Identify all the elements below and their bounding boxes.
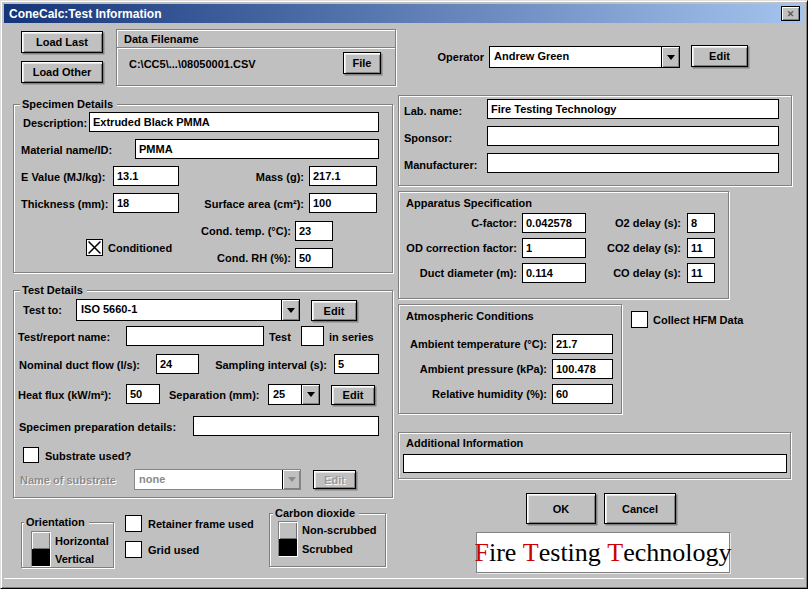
- c-factor-input[interactable]: [522, 213, 586, 233]
- c-factor-label: C-factor:: [471, 217, 517, 230]
- operator-label: Operator: [438, 51, 484, 64]
- ambient-temp-label: Ambient temperature (°C):: [410, 338, 547, 351]
- ambient-temp-input[interactable]: [552, 334, 613, 354]
- duct-flow-input[interactable]: [156, 354, 199, 374]
- collect-hfm-checkbox[interactable]: [631, 311, 648, 328]
- o2-delay-input[interactable]: [687, 213, 715, 233]
- chevron-down-icon: [287, 308, 295, 313]
- lab-name-input[interactable]: [487, 99, 779, 119]
- co-delay-label: CO delay (s):: [613, 267, 681, 280]
- logo-segment: ire: [489, 538, 523, 568]
- logo-segment: esting: [539, 538, 608, 568]
- duct-flow-label: Nominal duct flow (l/s):: [19, 359, 140, 372]
- orientation-toggle[interactable]: [31, 531, 51, 567]
- bottom-divider: [4, 578, 804, 579]
- material-label: Material name/ID:: [21, 144, 112, 157]
- series-post-label: in series: [329, 331, 374, 344]
- test-to-select[interactable]: ISO 5660-1: [76, 299, 300, 321]
- titlebar: ConeCalc:Test Information ✕: [4, 4, 803, 23]
- test-to-label: Test to:: [23, 304, 62, 317]
- operator-dropdown-button[interactable]: [661, 47, 679, 67]
- toggle-thumb: [279, 522, 297, 539]
- ambient-pressure-input[interactable]: [552, 359, 613, 379]
- co2-delay-label: CO2 delay (s):: [607, 242, 681, 255]
- window-title: ConeCalc:Test Information: [9, 7, 161, 21]
- description-input[interactable]: [89, 112, 379, 132]
- chevron-down-icon: [288, 477, 296, 482]
- operator-value: Andrew Green: [490, 47, 661, 67]
- cond-rh-label: Cond. RH (%):: [217, 252, 291, 265]
- load-last-button[interactable]: Load Last: [21, 31, 103, 53]
- surface-area-input[interactable]: [309, 193, 377, 213]
- specimen-details-legend: Specimen Details: [20, 98, 117, 111]
- sampling-interval-input[interactable]: [334, 354, 379, 374]
- co-delay-input[interactable]: [687, 263, 715, 283]
- test-to-value: ISO 5660-1: [77, 300, 281, 320]
- sponsor-label: Sponsor:: [404, 132, 452, 145]
- report-name-label: Test/report name:: [18, 331, 110, 344]
- report-name-input[interactable]: [126, 326, 264, 346]
- series-number-input[interactable]: [301, 326, 324, 346]
- co2-delay-input[interactable]: [687, 238, 715, 258]
- load-other-button[interactable]: Load Other: [21, 61, 103, 83]
- carbon-dioxide-toggle[interactable]: [278, 521, 298, 557]
- data-filename-header: Data Filename: [117, 30, 395, 48]
- operator-edit-button[interactable]: Edit: [691, 45, 748, 67]
- conditioned-checkbox[interactable]: [86, 239, 103, 256]
- cond-temp-input[interactable]: [295, 221, 333, 241]
- description-label: Description:: [23, 117, 87, 130]
- e-value-input[interactable]: [113, 166, 179, 186]
- material-input[interactable]: [135, 139, 379, 159]
- ftt-logo: Fire Testing Technology: [476, 532, 730, 573]
- relative-humidity-input[interactable]: [552, 384, 613, 404]
- sponsor-input[interactable]: [487, 126, 779, 146]
- thickness-input[interactable]: [113, 193, 179, 213]
- conditioned-label: Conditioned: [108, 242, 172, 255]
- separation-dropdown-button[interactable]: [301, 385, 319, 404]
- duct-diameter-input[interactable]: [522, 263, 586, 283]
- cancel-button[interactable]: Cancel: [604, 493, 676, 524]
- additional-info-input[interactable]: [403, 454, 787, 473]
- logo-segment: T: [607, 538, 623, 568]
- cond-rh-input[interactable]: [295, 248, 333, 268]
- data-filename-value: C:\CC5\...\08050001.CSV: [129, 58, 256, 71]
- mass-input[interactable]: [309, 166, 377, 186]
- grid-used-checkbox[interactable]: [125, 541, 142, 558]
- manufacturer-input[interactable]: [487, 153, 779, 173]
- file-button[interactable]: File: [343, 52, 381, 74]
- substrate-name-select[interactable]: none: [134, 469, 301, 490]
- substrate-edit-button[interactable]: Edit: [313, 470, 356, 489]
- preparation-label: Specimen preparation details:: [19, 421, 176, 434]
- atmospheric-caption: Atmospheric Conditions: [406, 310, 534, 323]
- retainer-frame-checkbox[interactable]: [125, 515, 142, 532]
- preparation-input[interactable]: [193, 416, 379, 436]
- chevron-down-icon: [307, 392, 315, 397]
- cond-temp-label: Cond. temp. (°C):: [201, 225, 291, 238]
- operator-select[interactable]: Andrew Green: [489, 46, 680, 68]
- ambient-pressure-label: Ambient pressure (kPa):: [420, 363, 547, 376]
- separation-edit-button[interactable]: Edit: [331, 385, 375, 405]
- od-correction-input[interactable]: [522, 238, 586, 258]
- lab-name-label: Lab. name:: [404, 105, 462, 118]
- logo-segment: echnology: [623, 538, 731, 568]
- ok-button[interactable]: OK: [526, 493, 596, 524]
- sampling-interval-label: Sampling interval (s):: [215, 359, 327, 372]
- manufacturer-label: Manufacturer:: [404, 159, 477, 172]
- chevron-down-icon: [667, 55, 675, 60]
- test-to-dropdown-button[interactable]: [281, 300, 299, 320]
- co2-scrubbed-label: Scrubbed: [302, 543, 353, 556]
- retainer-frame-label: Retainer frame used: [148, 518, 254, 531]
- checkbox-x-icon: [88, 241, 101, 254]
- separation-select[interactable]: 25: [268, 384, 320, 405]
- co2-non-scrubbed-label: Non-scrubbed: [302, 524, 377, 537]
- substrate-used-label: Substrate used?: [45, 450, 131, 463]
- substrate-used-checkbox[interactable]: [23, 447, 39, 463]
- orientation-vertical-label: Vertical: [55, 553, 94, 566]
- grid-used-label: Grid used: [148, 544, 199, 557]
- series-pre-label: Test: [269, 331, 291, 344]
- heat-flux-input[interactable]: [126, 384, 160, 404]
- orientation-horizontal-label: Horizontal: [55, 535, 109, 548]
- substrate-dropdown-button[interactable]: [282, 470, 300, 489]
- close-button[interactable]: ✕: [781, 6, 800, 21]
- test-to-edit-button[interactable]: Edit: [311, 300, 357, 321]
